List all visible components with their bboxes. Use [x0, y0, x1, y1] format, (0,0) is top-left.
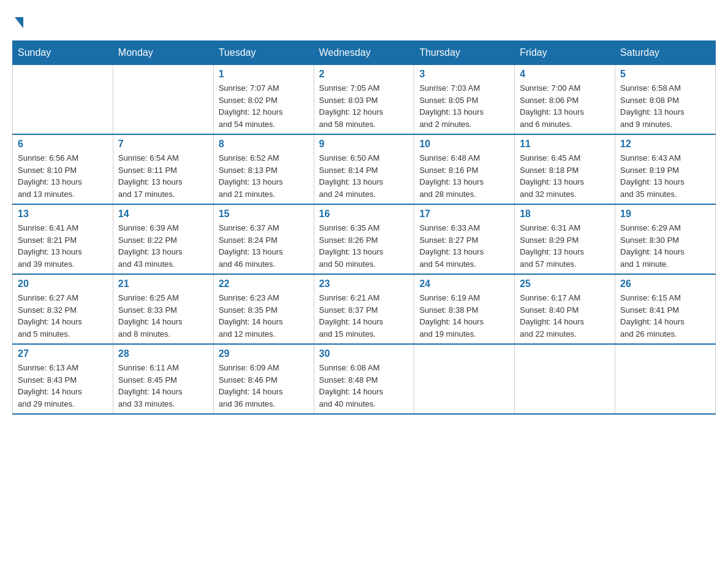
day-number: 10 [419, 139, 509, 150]
calendar-cell: 11Sunrise: 6:45 AM Sunset: 8:18 PM Dayli… [515, 134, 615, 204]
calendar-cell [615, 344, 716, 414]
day-number: 7 [118, 139, 208, 150]
calendar-cell: 9Sunrise: 6:50 AM Sunset: 8:14 PM Daylig… [314, 134, 414, 204]
calendar-cell: 30Sunrise: 6:08 AM Sunset: 8:48 PM Dayli… [314, 344, 414, 414]
day-info: Sunrise: 6:11 AM Sunset: 8:45 PM Dayligh… [118, 362, 208, 410]
day-info: Sunrise: 6:50 AM Sunset: 8:14 PM Dayligh… [319, 152, 409, 200]
calendar-cell: 24Sunrise: 6:19 AM Sunset: 8:38 PM Dayli… [414, 274, 515, 344]
calendar-week-row: 6Sunrise: 6:56 AM Sunset: 8:10 PM Daylig… [13, 134, 716, 204]
day-info: Sunrise: 6:56 AM Sunset: 8:10 PM Dayligh… [18, 152, 108, 200]
calendar-cell: 22Sunrise: 6:23 AM Sunset: 8:35 PM Dayli… [213, 274, 314, 344]
calendar-cell: 2Sunrise: 7:05 AM Sunset: 8:03 PM Daylig… [314, 65, 414, 135]
calendar-cell: 18Sunrise: 6:31 AM Sunset: 8:29 PM Dayli… [515, 204, 615, 274]
day-number: 3 [419, 69, 509, 80]
calendar-cell: 29Sunrise: 6:09 AM Sunset: 8:46 PM Dayli… [213, 344, 314, 414]
day-number: 11 [520, 139, 610, 150]
calendar-cell: 14Sunrise: 6:39 AM Sunset: 8:22 PM Dayli… [113, 204, 213, 274]
day-info: Sunrise: 6:27 AM Sunset: 8:32 PM Dayligh… [18, 292, 108, 340]
weekday-header-thursday: Thursday [414, 41, 515, 65]
calendar-cell: 26Sunrise: 6:15 AM Sunset: 8:41 PM Dayli… [615, 274, 716, 344]
day-info: Sunrise: 6:17 AM Sunset: 8:40 PM Dayligh… [520, 292, 610, 340]
calendar-cell: 3Sunrise: 7:03 AM Sunset: 8:05 PM Daylig… [414, 65, 515, 135]
calendar-cell: 7Sunrise: 6:54 AM Sunset: 8:11 PM Daylig… [113, 134, 213, 204]
day-info: Sunrise: 6:35 AM Sunset: 8:26 PM Dayligh… [319, 222, 409, 270]
calendar-cell: 8Sunrise: 6:52 AM Sunset: 8:13 PM Daylig… [213, 134, 314, 204]
day-info: Sunrise: 6:15 AM Sunset: 8:41 PM Dayligh… [620, 292, 710, 340]
day-number: 21 [118, 278, 208, 289]
calendar-cell: 10Sunrise: 6:48 AM Sunset: 8:16 PM Dayli… [414, 134, 515, 204]
day-number: 8 [219, 139, 309, 150]
logo [12, 12, 23, 28]
day-number: 27 [18, 348, 108, 359]
day-number: 12 [620, 139, 710, 150]
day-info: Sunrise: 6:45 AM Sunset: 8:18 PM Dayligh… [520, 152, 610, 200]
day-info: Sunrise: 6:58 AM Sunset: 8:08 PM Dayligh… [620, 82, 710, 130]
day-info: Sunrise: 6:08 AM Sunset: 8:48 PM Dayligh… [319, 362, 409, 410]
calendar-cell: 12Sunrise: 6:43 AM Sunset: 8:19 PM Dayli… [615, 134, 716, 204]
day-info: Sunrise: 6:54 AM Sunset: 8:11 PM Dayligh… [118, 152, 208, 200]
day-number: 18 [520, 209, 610, 220]
day-number: 6 [18, 139, 108, 150]
day-number: 28 [118, 348, 208, 359]
day-info: Sunrise: 6:41 AM Sunset: 8:21 PM Dayligh… [18, 222, 108, 270]
calendar-cell: 5Sunrise: 6:58 AM Sunset: 8:08 PM Daylig… [615, 65, 716, 135]
day-number: 15 [219, 209, 309, 220]
calendar-cell: 23Sunrise: 6:21 AM Sunset: 8:37 PM Dayli… [314, 274, 414, 344]
calendar-cell: 4Sunrise: 7:00 AM Sunset: 8:06 PM Daylig… [515, 65, 615, 135]
day-number: 17 [419, 209, 509, 220]
calendar-cell: 6Sunrise: 6:56 AM Sunset: 8:10 PM Daylig… [13, 134, 113, 204]
calendar-cell [13, 65, 113, 135]
day-info: Sunrise: 7:03 AM Sunset: 8:05 PM Dayligh… [419, 82, 509, 130]
calendar-cell [515, 344, 615, 414]
day-info: Sunrise: 6:21 AM Sunset: 8:37 PM Dayligh… [319, 292, 409, 340]
day-number: 30 [319, 348, 409, 359]
day-number: 20 [18, 278, 108, 289]
weekday-header-saturday: Saturday [615, 41, 716, 65]
day-number: 14 [118, 209, 208, 220]
calendar-cell: 13Sunrise: 6:41 AM Sunset: 8:21 PM Dayli… [13, 204, 113, 274]
logo-arrow-icon [15, 17, 23, 28]
calendar-week-row: 13Sunrise: 6:41 AM Sunset: 8:21 PM Dayli… [13, 204, 716, 274]
calendar-week-row: 1Sunrise: 7:07 AM Sunset: 8:02 PM Daylig… [13, 65, 716, 135]
day-info: Sunrise: 6:39 AM Sunset: 8:22 PM Dayligh… [118, 222, 208, 270]
day-info: Sunrise: 6:09 AM Sunset: 8:46 PM Dayligh… [219, 362, 309, 410]
weekday-header-monday: Monday [113, 41, 213, 65]
day-number: 24 [419, 278, 509, 289]
calendar-cell: 17Sunrise: 6:33 AM Sunset: 8:27 PM Dayli… [414, 204, 515, 274]
calendar-cell: 25Sunrise: 6:17 AM Sunset: 8:40 PM Dayli… [515, 274, 615, 344]
calendar-cell: 15Sunrise: 6:37 AM Sunset: 8:24 PM Dayli… [213, 204, 314, 274]
calendar-cell: 27Sunrise: 6:13 AM Sunset: 8:43 PM Dayli… [13, 344, 113, 414]
calendar-cell: 1Sunrise: 7:07 AM Sunset: 8:02 PM Daylig… [213, 65, 314, 135]
weekday-header-friday: Friday [515, 41, 615, 65]
day-number: 1 [219, 69, 309, 80]
day-info: Sunrise: 7:00 AM Sunset: 8:06 PM Dayligh… [520, 82, 610, 130]
calendar-cell: 19Sunrise: 6:29 AM Sunset: 8:30 PM Dayli… [615, 204, 716, 274]
day-number: 4 [520, 69, 610, 80]
day-number: 26 [620, 278, 710, 289]
page-header [12, 12, 716, 28]
calendar-cell [414, 344, 515, 414]
day-info: Sunrise: 6:31 AM Sunset: 8:29 PM Dayligh… [520, 222, 610, 270]
day-info: Sunrise: 6:23 AM Sunset: 8:35 PM Dayligh… [219, 292, 309, 340]
weekday-header-wednesday: Wednesday [314, 41, 414, 65]
calendar-cell [113, 65, 213, 135]
calendar-week-row: 20Sunrise: 6:27 AM Sunset: 8:32 PM Dayli… [13, 274, 716, 344]
day-info: Sunrise: 7:07 AM Sunset: 8:02 PM Dayligh… [219, 82, 309, 130]
day-info: Sunrise: 7:05 AM Sunset: 8:03 PM Dayligh… [319, 82, 409, 130]
day-info: Sunrise: 6:19 AM Sunset: 8:38 PM Dayligh… [419, 292, 509, 340]
day-info: Sunrise: 6:37 AM Sunset: 8:24 PM Dayligh… [219, 222, 309, 270]
weekday-header-tuesday: Tuesday [213, 41, 314, 65]
day-number: 5 [620, 69, 710, 80]
day-info: Sunrise: 6:13 AM Sunset: 8:43 PM Dayligh… [18, 362, 108, 410]
calendar-cell: 16Sunrise: 6:35 AM Sunset: 8:26 PM Dayli… [314, 204, 414, 274]
calendar-cell: 28Sunrise: 6:11 AM Sunset: 8:45 PM Dayli… [113, 344, 213, 414]
calendar-table: SundayMondayTuesdayWednesdayThursdayFrid… [12, 40, 716, 415]
day-info: Sunrise: 6:48 AM Sunset: 8:16 PM Dayligh… [419, 152, 509, 200]
day-info: Sunrise: 6:25 AM Sunset: 8:33 PM Dayligh… [118, 292, 208, 340]
day-info: Sunrise: 6:43 AM Sunset: 8:19 PM Dayligh… [620, 152, 710, 200]
day-number: 16 [319, 209, 409, 220]
day-number: 2 [319, 69, 409, 80]
day-number: 19 [620, 209, 710, 220]
day-number: 25 [520, 278, 610, 289]
calendar-cell: 21Sunrise: 6:25 AM Sunset: 8:33 PM Dayli… [113, 274, 213, 344]
